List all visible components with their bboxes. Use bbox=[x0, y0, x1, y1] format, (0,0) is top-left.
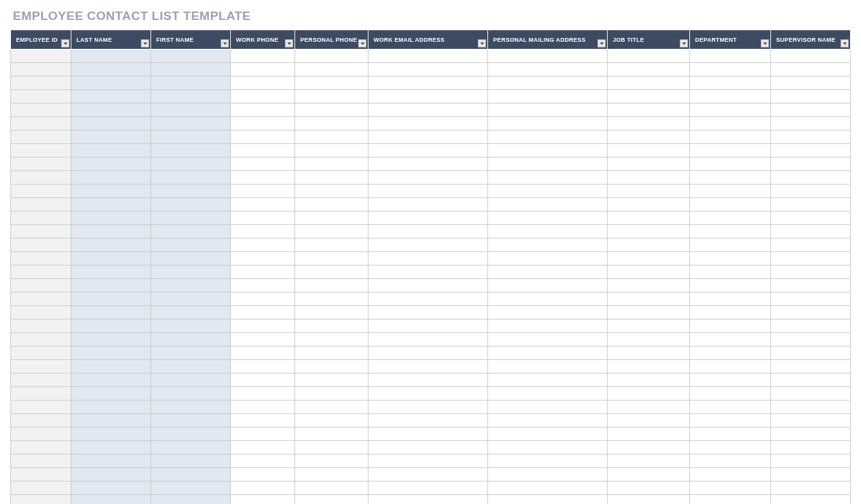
table-cell[interactable] bbox=[690, 130, 771, 144]
table-cell[interactable] bbox=[11, 117, 71, 130]
table-cell[interactable] bbox=[231, 144, 295, 158]
table-cell[interactable] bbox=[368, 184, 488, 198]
table-cell[interactable] bbox=[488, 333, 608, 346]
table-cell[interactable] bbox=[295, 158, 368, 171]
table-cell[interactable] bbox=[11, 63, 71, 76]
table-cell[interactable] bbox=[771, 76, 851, 90]
table-cell[interactable] bbox=[608, 401, 690, 414]
table-cell[interactable] bbox=[11, 333, 71, 346]
table-cell[interactable] bbox=[608, 117, 690, 130]
table-cell[interactable] bbox=[488, 401, 608, 414]
filter-dropdown-icon[interactable] bbox=[478, 39, 486, 48]
table-cell[interactable] bbox=[488, 414, 608, 428]
table-cell[interactable] bbox=[608, 320, 690, 333]
table-cell[interactable] bbox=[608, 333, 690, 346]
table-cell[interactable] bbox=[690, 401, 771, 414]
table-cell[interactable] bbox=[11, 212, 71, 225]
table-cell[interactable] bbox=[488, 279, 608, 292]
table-cell[interactable] bbox=[151, 198, 231, 212]
table-cell[interactable] bbox=[11, 401, 71, 414]
table-cell[interactable] bbox=[368, 117, 488, 130]
table-cell[interactable] bbox=[231, 130, 295, 144]
table-cell[interactable] bbox=[690, 158, 771, 171]
table-cell[interactable] bbox=[488, 144, 608, 158]
table-cell[interactable] bbox=[231, 428, 295, 441]
table-cell[interactable] bbox=[11, 225, 71, 239]
table-cell[interactable] bbox=[771, 374, 851, 387]
table-cell[interactable] bbox=[71, 198, 151, 212]
table-cell[interactable] bbox=[231, 104, 295, 117]
table-cell[interactable] bbox=[771, 63, 851, 76]
table-cell[interactable] bbox=[295, 130, 368, 144]
table-cell[interactable] bbox=[608, 414, 690, 428]
table-cell[interactable] bbox=[151, 63, 231, 76]
table-cell[interactable] bbox=[71, 50, 151, 63]
table-cell[interactable] bbox=[771, 455, 851, 468]
table-cell[interactable] bbox=[11, 441, 71, 455]
table-cell[interactable] bbox=[608, 428, 690, 441]
table-cell[interactable] bbox=[151, 387, 231, 401]
table-cell[interactable] bbox=[608, 225, 690, 239]
table-cell[interactable] bbox=[488, 239, 608, 252]
table-cell[interactable] bbox=[608, 239, 690, 252]
table-cell[interactable] bbox=[690, 441, 771, 455]
table-cell[interactable] bbox=[71, 401, 151, 414]
table-cell[interactable] bbox=[488, 252, 608, 266]
table-cell[interactable] bbox=[608, 63, 690, 76]
table-cell[interactable] bbox=[71, 495, 151, 505]
table-cell[interactable] bbox=[151, 50, 231, 63]
table-cell[interactable] bbox=[608, 130, 690, 144]
table-cell[interactable] bbox=[771, 50, 851, 63]
table-cell[interactable] bbox=[368, 306, 488, 320]
table-cell[interactable] bbox=[771, 252, 851, 266]
table-cell[interactable] bbox=[488, 130, 608, 144]
table-cell[interactable] bbox=[690, 468, 771, 482]
table-cell[interactable] bbox=[231, 374, 295, 387]
table-cell[interactable] bbox=[771, 198, 851, 212]
table-cell[interactable] bbox=[151, 428, 231, 441]
table-cell[interactable] bbox=[71, 158, 151, 171]
table-cell[interactable] bbox=[690, 482, 771, 495]
table-cell[interactable] bbox=[295, 184, 368, 198]
table-cell[interactable] bbox=[71, 184, 151, 198]
table-cell[interactable] bbox=[295, 279, 368, 292]
table-cell[interactable] bbox=[690, 414, 771, 428]
table-cell[interactable] bbox=[151, 117, 231, 130]
table-cell[interactable] bbox=[231, 387, 295, 401]
table-cell[interactable] bbox=[608, 158, 690, 171]
table-cell[interactable] bbox=[690, 76, 771, 90]
table-cell[interactable] bbox=[231, 414, 295, 428]
table-cell[interactable] bbox=[295, 239, 368, 252]
table-cell[interactable] bbox=[71, 414, 151, 428]
table-cell[interactable] bbox=[608, 482, 690, 495]
table-cell[interactable] bbox=[71, 117, 151, 130]
table-cell[interactable] bbox=[231, 225, 295, 239]
table-cell[interactable] bbox=[11, 184, 71, 198]
table-cell[interactable] bbox=[690, 266, 771, 279]
table-cell[interactable] bbox=[11, 198, 71, 212]
table-cell[interactable] bbox=[690, 50, 771, 63]
table-cell[interactable] bbox=[295, 401, 368, 414]
table-cell[interactable] bbox=[488, 50, 608, 63]
table-cell[interactable] bbox=[231, 212, 295, 225]
table-cell[interactable] bbox=[151, 104, 231, 117]
table-cell[interactable] bbox=[231, 50, 295, 63]
table-cell[interactable] bbox=[488, 495, 608, 505]
table-cell[interactable] bbox=[295, 441, 368, 455]
table-cell[interactable] bbox=[368, 225, 488, 239]
table-cell[interactable] bbox=[11, 306, 71, 320]
table-cell[interactable] bbox=[488, 441, 608, 455]
table-cell[interactable] bbox=[488, 482, 608, 495]
table-cell[interactable] bbox=[231, 401, 295, 414]
table-cell[interactable] bbox=[608, 360, 690, 374]
table-cell[interactable] bbox=[71, 387, 151, 401]
table-cell[interactable] bbox=[488, 63, 608, 76]
table-cell[interactable] bbox=[231, 468, 295, 482]
table-cell[interactable] bbox=[11, 158, 71, 171]
table-cell[interactable] bbox=[151, 130, 231, 144]
table-cell[interactable] bbox=[295, 360, 368, 374]
table-cell[interactable] bbox=[488, 225, 608, 239]
table-cell[interactable] bbox=[295, 50, 368, 63]
table-cell[interactable] bbox=[690, 320, 771, 333]
table-cell[interactable] bbox=[690, 374, 771, 387]
